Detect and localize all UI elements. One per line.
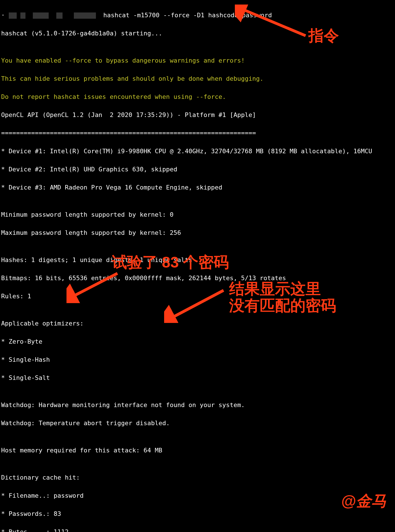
bytes-line: * Bytes.....: 1112 (1, 527, 394, 532)
device-1-line: * Device #1: Intel(R) Core(TM) i9-9980HK… (1, 147, 394, 156)
watchdog-line-1: Watchdog: Hardware monitoring interface … (1, 401, 394, 410)
rules-line: Rules: 1 (1, 292, 394, 301)
watchdog-line-2: Watchdog: Temperature abort trigger disa… (1, 419, 394, 428)
starting-line: hashcat (v5.1.0-1726-ga4db1a0a) starting… (1, 29, 394, 38)
redacted-block (33, 12, 49, 19)
redacted-block (20, 12, 25, 19)
warn-line-1: You have enabled --force to bypass dange… (1, 56, 394, 65)
separator-line: ========================================… (1, 129, 394, 138)
device-3-line: * Device #3: AMD Radeon Pro Vega 16 Comp… (1, 183, 394, 192)
dict-cache-line: Dictionary cache hit: (1, 473, 394, 482)
redacted-block (9, 12, 17, 19)
optimizer-1: * Zero-Byte (1, 337, 394, 346)
passwords-line: * Passwords.: 83 (1, 509, 394, 518)
optimizer-3: * Single-Salt (1, 373, 394, 382)
host-memory-line: Host memory required for this attack: 64… (1, 446, 394, 455)
redacted-block (56, 12, 63, 19)
redacted-block (74, 12, 96, 19)
max-password-line: Maximum password length supported by ker… (1, 228, 394, 237)
bitmaps-line: Bitmaps: 16 bits, 65536 entries, 0x0000f… (1, 274, 394, 283)
opencl-line: OpenCL API (OpenCL 1.2 (Jan 2 2020 17:35… (1, 110, 394, 120)
command-text: hashcat -m15700 --force -D1 hashcode pas… (103, 12, 272, 19)
filename-line: * Filename..: password (1, 491, 394, 500)
warn-line-2: This can hide serious problems and shoul… (1, 74, 394, 83)
optimizer-2: * Single-Hash (1, 355, 394, 364)
terminal-output: · hashcat -m15700 --force -D1 hashcode p… (0, 0, 395, 532)
device-2-line: * Device #2: Intel(R) UHD Graphics 630, … (1, 165, 394, 174)
optimizers-header: Applicable optimizers: (1, 319, 394, 328)
min-password-line: Minimum password length supported by ker… (1, 210, 394, 219)
warn-line-3: Do not report hashcat issues encountered… (1, 92, 394, 101)
prompt-dot: · (1, 12, 9, 19)
prompt-line: · hashcat -m15700 --force -D1 hashcode p… (1, 11, 394, 20)
hashes-line: Hashes: 1 digests; 1 unique digests, 1 u… (1, 256, 394, 265)
